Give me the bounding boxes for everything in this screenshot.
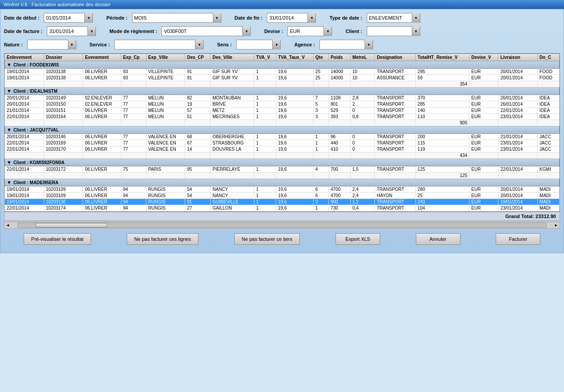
table-row[interactable]: 22/01/20141020317406.LIVRER94RUNGIS27GAI… (5, 205, 560, 211)
scrollbar-thumb[interactable] (36, 223, 107, 227)
col-header-devise-v[interactable]: Devise_V (469, 54, 498, 61)
client-label: Client : (345, 29, 362, 34)
col-header-metrel[interactable]: MetreL (350, 54, 375, 61)
subtotal-row: 354 (5, 81, 560, 87)
col-header-des-ville[interactable]: Des_Ville (211, 54, 254, 61)
scroll-left-arrow[interactable]: ◄ (4, 223, 11, 227)
title-text: Winfret V.6 : Facturation automatisée de… (4, 2, 111, 7)
col-header-evenement[interactable]: Evenement (83, 54, 121, 61)
date-debut-label: Date de début : (4, 15, 39, 21)
client-header-row[interactable]: ▼Client : JACQU77VAL (5, 126, 560, 134)
col-header-qte[interactable]: Qte (313, 54, 328, 61)
service-select[interactable]: ▼ (114, 40, 203, 50)
table-row[interactable]: 21/01/20141020315106.LIVRER77MELUN57METZ… (5, 107, 560, 114)
table-row[interactable]: 19/01/20141020313806.LIVRER93VILLEPINTE9… (5, 69, 560, 75)
col-header-livraison[interactable]: Livraison (498, 54, 538, 61)
client-select[interactable]: ▼ (367, 26, 420, 36)
table-row[interactable]: 20/01/20141020314606.LIVRER77VALENCE EN6… (5, 134, 560, 140)
devise-label: Devise : (264, 29, 283, 34)
table-header-row: Enlevement Dossier Evenement Exp_Cp Exp_… (5, 54, 560, 61)
export-xls-button[interactable]: Export XLS (336, 233, 380, 245)
agence-arrow[interactable]: ▼ (365, 40, 373, 50)
title-bar: Winfret V.6 : Facturation automatisée de… (0, 0, 564, 9)
col-header-tva-taux[interactable]: TVA_Taux_V (276, 54, 314, 61)
mode-reglement-arrow[interactable]: ▼ (242, 26, 250, 36)
table-row[interactable]: 20/01/20141020315002.ENLEVER77MELUN19BRI… (5, 101, 560, 107)
table-row[interactable]: 19/01/20141020310906.LIVRER94RUNGIS54NAN… (5, 186, 560, 193)
table-row[interactable]: 22/01/20141020317206.LIVRER75PARIS95PIER… (5, 166, 560, 173)
no-invoice-tiers-button[interactable]: Ne pas facturer ce tiers (234, 233, 300, 245)
devise-arrow[interactable]: ▼ (323, 26, 332, 36)
date-debut-arrow[interactable]: ▼ (84, 13, 92, 23)
table-row[interactable]: 20/01/20141020314902.ENLEVER77MELUN82MON… (5, 95, 560, 101)
subtotal-row: 905 (5, 120, 560, 126)
col-header-exp-ville[interactable]: Exp_Ville (146, 54, 185, 61)
date-fin-select[interactable]: 31/01/2014 ▼ (267, 13, 316, 23)
nature-label: Nature : (4, 42, 23, 47)
client-header-row[interactable]: ▼Client : FOODE91WIS (5, 61, 560, 69)
col-header-designation[interactable]: Designation (375, 54, 415, 61)
table-row[interactable]: 22/01/20141020316906.LIVRER77VALENCE EN6… (5, 140, 560, 146)
client-header-row[interactable]: ▼Client : KGMIS92FON0A (5, 159, 560, 166)
client-arrow[interactable]: ▼ (412, 26, 420, 36)
sens-select[interactable]: ▼ (236, 40, 281, 50)
scroll-right-arrow[interactable]: ► (553, 223, 560, 227)
scrollbar-track[interactable] (17, 223, 547, 228)
client-header-row[interactable]: ▼Client : MADEI95ERA (5, 179, 560, 186)
mode-reglement-label: Mode de règlement : (109, 29, 157, 34)
mode-reglement-select[interactable]: V030F00T ▼ (162, 26, 251, 36)
table-row[interactable]: 19/01/20141020313606.LIVRER94RUNGIS91GUI… (5, 199, 560, 205)
bottom-buttons-bar: Pré-visualiser le résultat Ne pas factur… (4, 229, 560, 249)
horizontal-scrollbar[interactable]: ◄ ► (4, 222, 560, 229)
grand-total-value: 23312.90 (535, 214, 556, 219)
data-table-container[interactable]: Enlevement Dossier Evenement Exp_Cp Exp_… (4, 53, 560, 212)
type-date-label: Type de date : (329, 15, 362, 21)
date-fin-label: Date de fin : (235, 15, 263, 21)
table-row[interactable]: 19/01/20141020310906.LIVRER94RUNGIS54NAN… (5, 193, 560, 199)
service-arrow[interactable]: ▼ (195, 40, 203, 50)
type-date-arrow[interactable]: ▼ (412, 13, 420, 23)
service-label: Service : (90, 42, 110, 47)
subtotal-row: 434 (5, 153, 560, 159)
col-header-des-cp[interactable]: Des_CP (185, 54, 211, 61)
col-header-do[interactable]: Do_C (538, 54, 560, 61)
data-table: Enlevement Dossier Evenement Exp_Cp Exp_… (4, 54, 560, 211)
periode-arrow[interactable]: ▼ (213, 13, 221, 23)
grand-total-bar: Grand Total: 23312.90 (4, 212, 560, 221)
subtotal-row: 125 (5, 173, 560, 179)
table-row[interactable]: 22/01/20141020317006.LIVRER77VALENCE EN1… (5, 146, 560, 153)
devise-select[interactable]: EUR ▼ (287, 26, 332, 36)
date-facture-arrow[interactable]: ▼ (87, 26, 95, 36)
col-header-dossier[interactable]: Dossier (44, 54, 83, 61)
invoice-button[interactable]: Facturer (496, 233, 540, 245)
date-facture-select[interactable]: 31/01/2014 ▼ (47, 26, 96, 36)
col-header-tva-v[interactable]: TVA_V (254, 54, 276, 61)
no-invoice-lines-button[interactable]: Ne pas facturer ces lignes (127, 233, 199, 245)
sens-label: Sens : (217, 42, 232, 47)
table-row[interactable]: 22/01/20141020316406.LIVRER77MELUN51MECR… (5, 114, 560, 120)
col-header-exp-cp[interactable]: Exp_Cp (121, 54, 146, 61)
date-facture-label: Date de facture : (4, 29, 42, 34)
date-debut-select[interactable]: 01/01/2014 ▼ (44, 13, 93, 23)
date-fin-arrow[interactable]: ▼ (307, 13, 315, 23)
agence-label: Agence : (294, 42, 315, 47)
col-header-enlevement[interactable]: Enlevement (5, 54, 44, 61)
agence-select[interactable]: ▼ (319, 40, 373, 50)
col-header-poids[interactable]: Poids (328, 54, 350, 61)
col-header-totalht[interactable]: TotalHT_Remise_V (415, 54, 469, 61)
periode-label: Période : (106, 15, 127, 21)
client-header-row[interactable]: ▼Client : IDEAL94STM (5, 87, 560, 95)
table-row[interactable]: 19/01/20141020313806.LIVRER93VILLEPINTE9… (5, 75, 560, 81)
grand-total-label: Grand Total: (505, 214, 535, 219)
preview-button[interactable]: Pré-visualiser le résultat (24, 233, 91, 245)
type-date-select[interactable]: ENLEVEMENT ▼ (367, 13, 420, 23)
nature-arrow[interactable]: ▼ (68, 40, 76, 50)
cancel-button[interactable]: Annuler (416, 233, 460, 245)
sens-arrow[interactable]: ▼ (272, 40, 280, 50)
periode-select[interactable]: MOIS ▼ (132, 13, 221, 23)
nature-select[interactable]: ▼ (27, 40, 76, 50)
